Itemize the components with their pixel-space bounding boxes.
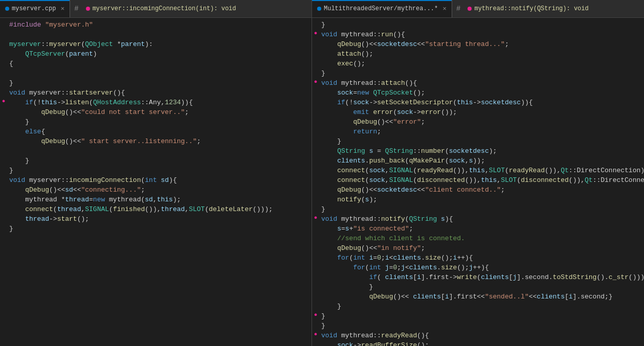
line-content: qDebug()<< clients[i].first<<"sended..l"…	[319, 292, 644, 302]
code-line: exec();	[312, 59, 644, 68]
line-gutter	[312, 272, 319, 273]
line-gutter	[312, 156, 319, 156]
line-gutter	[312, 68, 319, 69]
code-line: sock->readBufferSize();	[312, 340, 644, 346]
code-line: s=s+"is connected";	[312, 224, 644, 234]
line-content: qDebug()<<socketdesc<<"starting thread..…	[319, 39, 644, 49]
line-content: #include "myserver.h"	[7, 20, 312, 30]
left-fn-sig-text: myserver::incomingConnection(int): void	[93, 5, 236, 12]
line-gutter	[0, 30, 7, 30]
line-gutter	[0, 49, 7, 50]
line-gutter	[0, 185, 7, 186]
line-content: myserver::myserver(QObject *parent):	[7, 39, 312, 49]
line-gutter: ●	[312, 30, 319, 36]
line-content: //send which client is conneted.	[319, 234, 644, 243]
line-content: }	[7, 78, 312, 88]
line-content: notify(s);	[319, 195, 644, 204]
line-gutter	[0, 195, 7, 195]
right-tab-close[interactable]: ×	[442, 5, 447, 13]
line-gutter	[312, 88, 319, 88]
line-gutter	[312, 234, 319, 234]
line-content: thread->start();	[7, 214, 312, 224]
code-line: ●void mythread::notify(QString s){	[312, 214, 644, 224]
line-content: else{	[7, 127, 312, 136]
line-content: mythread *thread=new mythread(sd,this);	[7, 195, 312, 204]
code-line: qDebug()<<socketdesc<<"client conncetd..…	[312, 185, 644, 195]
code-line: }	[0, 117, 312, 127]
code-line: qDebug()<<socketdesc<<"starting thread..…	[312, 39, 644, 49]
line-content: qDebug()<<"could not start server..";	[7, 107, 312, 117]
line-gutter	[0, 146, 7, 147]
line-gutter	[312, 98, 319, 98]
line-gutter	[0, 156, 7, 156]
code-line: QString s = QString::number(socketdesc);	[312, 146, 644, 156]
code-line: notify(s);	[312, 195, 644, 204]
line-gutter	[0, 20, 7, 20]
line-content: qDebug()<<"in notify";	[319, 243, 644, 253]
line-content: sock=new QTcpSocket();	[319, 88, 644, 98]
code-line: }	[312, 20, 644, 30]
line-gutter	[312, 340, 319, 341]
code-line: ●void mythread::attach(){	[312, 78, 644, 88]
line-gutter	[0, 136, 7, 137]
line-content: qDebug()<<socketdesc<<"client conncetd..…	[319, 185, 644, 195]
line-gutter	[0, 204, 7, 205]
line-content: void mythread::readyRead(){	[319, 331, 644, 340]
code-line: connect(sock,SIGNAL(disconnected()),this…	[312, 175, 644, 185]
line-content: void mythread::run(){	[319, 30, 644, 39]
right-code-area[interactable]: }●void mythread::run(){ qDebug()<<socket…	[312, 18, 644, 346]
line-gutter: ●	[312, 311, 319, 318]
code-line: {	[0, 59, 312, 68]
line-gutter	[312, 263, 319, 263]
line-content: qDebug()<<"error";	[319, 117, 644, 127]
line-gutter	[312, 166, 319, 166]
line-content: clients.push_back(qMakePair(sock,s));	[319, 156, 644, 166]
line-content: }	[319, 68, 644, 78]
line-gutter: ●	[312, 331, 319, 337]
code-line: }	[0, 166, 312, 175]
code-line: void myserver::startserver(){	[0, 88, 312, 98]
code-line: }	[312, 282, 644, 292]
line-gutter	[312, 107, 319, 108]
code-line: qDebug()<<"error";	[312, 117, 644, 127]
line-content: s=s+"is connected";	[319, 224, 644, 234]
line-gutter	[312, 59, 319, 59]
line-content: }	[7, 117, 312, 127]
line-content: for(int i=0;i<clients.size();i++){	[319, 253, 644, 263]
line-gutter	[0, 166, 7, 166]
line-content: }	[319, 136, 644, 146]
code-line: ● if(!this->listen(QHostAddress::Any,123…	[0, 98, 312, 107]
code-line: qDebug()<<sd<<"connecting...";	[0, 185, 312, 195]
line-content: }	[319, 20, 644, 30]
line-content: sock->readBufferSize();	[319, 340, 644, 346]
left-tab-close[interactable]: ×	[60, 5, 64, 13]
line-content: for(int j=0;j<clients.size();j++){	[319, 263, 644, 272]
code-line: myserver::myserver(QObject *parent):	[0, 39, 312, 49]
right-tab[interactable]: MultithreadedServer/mythrea...* ×	[312, 0, 452, 17]
line-gutter	[312, 195, 319, 195]
line-gutter: ●	[312, 78, 319, 85]
line-gutter	[0, 78, 7, 79]
left-tab-filename: myserver.cpp	[12, 5, 56, 12]
line-gutter	[0, 107, 7, 108]
code-line: connect(thread,SIGNAL(finished()),thread…	[0, 204, 312, 214]
line-content: QTcpServer(parent)	[7, 49, 312, 59]
line-content: }	[7, 166, 312, 175]
editors-container: myserver.cpp × # myserver::incomingConne…	[0, 0, 644, 346]
code-line: ●void mythread::run(){	[312, 30, 644, 39]
code-line: for(int i=0;i<clients.size();i++){	[312, 253, 644, 263]
left-tab[interactable]: myserver.cpp ×	[0, 0, 70, 17]
line-gutter	[312, 185, 319, 186]
line-content: connect(sock,SIGNAL(readyRead()),this,SL…	[319, 166, 644, 175]
code-line: return;	[312, 127, 644, 136]
code-line: attach();	[312, 49, 644, 59]
left-code-area[interactable]: #include "myserver.h"myserver::myserver(…	[0, 18, 312, 346]
code-line: clients.push_back(qMakePair(sock,s));	[312, 156, 644, 166]
line-gutter	[312, 146, 319, 147]
line-gutter	[0, 88, 7, 88]
line-gutter	[312, 117, 319, 118]
right-hash: #	[452, 0, 464, 17]
line-gutter	[0, 214, 7, 215]
line-content: }	[319, 282, 644, 292]
line-content: if( clients[i].first->write(clients[j].s…	[319, 272, 644, 282]
